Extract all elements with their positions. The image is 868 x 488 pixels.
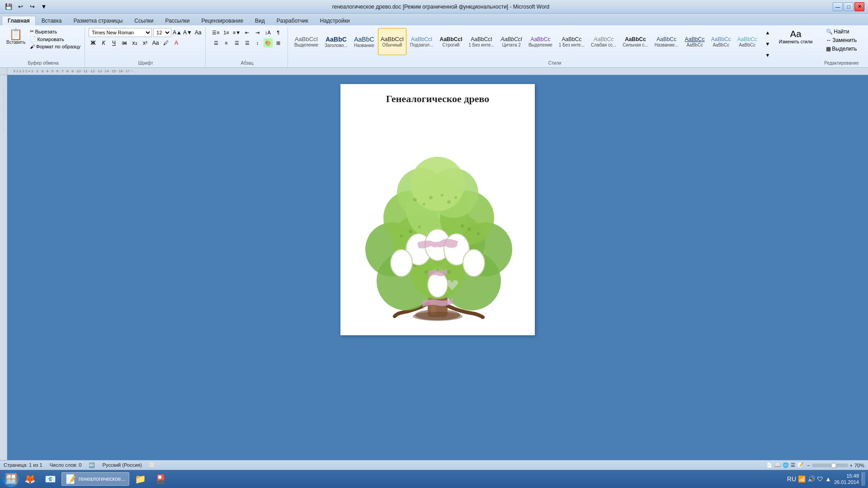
strikethrough-button[interactable]: зк [120,38,129,47]
superscript-button[interactable]: x² [141,38,150,47]
date-display: 26.01.2014 [834,479,859,485]
svg-point-22 [454,196,457,199]
cut-button[interactable]: ✂ Вырезать [28,28,82,35]
tab-view[interactable]: Вид [249,16,271,25]
underline-button[interactable]: Ч [109,38,118,47]
bold-button[interactable]: Ж [89,38,98,47]
style-название[interactable]: AaBbC Название [351,28,377,55]
justify-button[interactable]: ☰ [243,38,252,47]
svg-point-44 [391,249,412,277]
increase-indent-button[interactable]: ⇥ [253,28,262,37]
tab-references[interactable]: Ссылки [128,16,159,25]
close-button[interactable]: ✕ [854,2,864,11]
start-button[interactable]: 🪟 [3,471,19,487]
numbering-button[interactable]: 1≡ [222,28,231,37]
editing-group: 🔍 Найти ↔ Заменить ▦ Выделить Редактиров… [821,27,861,67]
tray-lang[interactable]: RU [787,475,796,483]
view-draft-btn[interactable]: 📝 [797,462,803,468]
sort-button[interactable]: ↕A [264,28,273,37]
formatpaint-button[interactable]: 🖌 Формат по образцу [28,43,82,50]
align-right-button[interactable]: ☰ [232,38,241,47]
align-center-button[interactable]: ≡ [222,38,231,47]
style-aabbcc1[interactable]: АaBbCc АaBbCc [682,28,708,55]
quick-access-menu-btn[interactable]: ▼ [39,2,49,11]
shading-button[interactable]: 🎨 [264,38,273,47]
style-aabbcc3[interactable]: АaBbCc АaBbCc [735,28,760,55]
highlight-button[interactable]: 🖊 [161,38,170,47]
view-web-btn[interactable]: 🌐 [783,462,789,468]
tab-developer[interactable]: Разработчик [271,16,314,25]
show-marks-button[interactable]: ¶ [274,28,283,37]
minimize-button[interactable]: — [833,2,843,11]
tab-insert[interactable]: Вставка [36,16,68,25]
tab-addins[interactable]: Надстройки [314,16,356,25]
taskbar-word-active[interactable]: 📝 генеалогическое... [61,472,129,486]
style-выделение2[interactable]: AaBbCc Выделение [526,28,555,55]
tray-volume[interactable]: 🔊 [807,475,815,483]
font-color-button[interactable]: A [172,38,181,47]
tab-mailings[interactable]: Рассылки [160,16,196,25]
italic-button[interactable]: К [99,38,108,47]
styles-scroll-down[interactable]: ▼ [763,39,772,48]
zoom-in-btn[interactable]: + [850,463,853,468]
tab-pagelayout[interactable]: Разметка страницы [67,16,128,25]
multilevel-button[interactable]: ≡▼ [232,28,241,37]
font-size-select[interactable]: 12 [153,28,171,37]
style-подзаголовок[interactable]: AaBbCcI Подзагол... [407,28,436,55]
font-name-select[interactable]: Times New Roman [89,28,152,37]
style-сильная[interactable]: AaBbCc Сильная с... [620,28,651,55]
zoom-slider[interactable] [812,464,848,467]
style-название2[interactable]: AaBbCc Название... [652,28,681,55]
change-styles-button[interactable]: Аа Изменить стили [777,28,814,45]
tray-antivirus[interactable]: 🛡 [817,475,823,483]
style-обычный[interactable]: AaBbCcI Обычный [378,28,406,55]
show-desktop-btn[interactable] [862,472,865,486]
select-button[interactable]: ▦ Выделить [825,45,858,52]
zoom-out-btn[interactable]: − [807,463,810,468]
line-spacing-button[interactable]: ↕ [253,38,262,47]
proofing-icon[interactable]: 🔤 [89,462,95,468]
view-print-btn[interactable]: 📄 [766,462,773,468]
save-quick-btn[interactable]: 💾 [4,2,14,11]
style-цитата[interactable]: AaBbCcI Цитата 2 [498,28,525,55]
decrease-indent-button[interactable]: ⇤ [243,28,252,37]
clear-format-button[interactable]: Аа [193,28,203,37]
text-effects-button[interactable]: Aа [151,38,160,47]
tab-home[interactable]: Главная [2,16,36,25]
replace-button[interactable]: ↔ Заменить [825,37,858,44]
document-area[interactable]: Генеалогическое древо [7,75,868,460]
paste-button[interactable]: 📋 Вставить [5,28,27,46]
find-button[interactable]: 🔍 Найти [825,28,850,35]
tray-network[interactable]: 📶 [798,475,806,483]
view-fullread-btn[interactable]: 📖 [774,462,781,468]
style-выделение[interactable]: AaBbCcI Выделение [292,28,321,55]
maximize-button[interactable]: □ [844,2,854,11]
taskbar-explorer[interactable]: 📁 [131,472,150,486]
clock[interactable]: 15:48 26.01.2014 [834,473,859,486]
style-заголовок[interactable]: AaBbC Заголово... [322,28,350,55]
taskbar-impress[interactable]: 🎴 [151,472,170,486]
subscript-button[interactable]: x₂ [130,38,139,47]
undo-quick-btn[interactable]: ↩ [15,2,25,11]
styles-more[interactable]: ▼ [763,51,772,60]
borders-button[interactable]: ⊞ [274,38,283,47]
svg-point-27 [477,232,480,235]
styles-scroll-up[interactable]: ▲ [763,28,772,37]
svg-point-20 [441,194,443,197]
grow-font-button[interactable]: A▲ [173,28,182,37]
style-строгий[interactable]: AaBbCcI Строгий [437,28,465,55]
copy-button[interactable]: 📄 Копировать [28,36,82,42]
taskbar-yandex-browser[interactable]: 🦊 [21,472,39,486]
align-left-button[interactable]: ☰ [212,38,221,47]
style-aabbcc2[interactable]: АaBbCc АaBbCc [708,28,734,55]
bullets-button[interactable]: ☰≡ [212,28,221,37]
style-слабая[interactable]: AaBbCc Слабая сс... [588,28,619,55]
taskbar-email[interactable]: 📧 [41,472,60,486]
shrink-font-button[interactable]: A▼ [183,28,192,37]
redo-quick-btn[interactable]: ↪ [27,2,37,11]
tab-review[interactable]: Рецензирование [195,16,249,25]
styles-list: AaBbCcI Выделение AaBbC Заголово... AaBb… [292,28,760,55]
style-bez-inter[interactable]: AaBbCcI 1 Без инте... [466,28,497,55]
view-outline-btn[interactable]: ☰ [791,462,795,468]
style-bez2[interactable]: AaBbCc 1 Без инте... [556,28,587,55]
